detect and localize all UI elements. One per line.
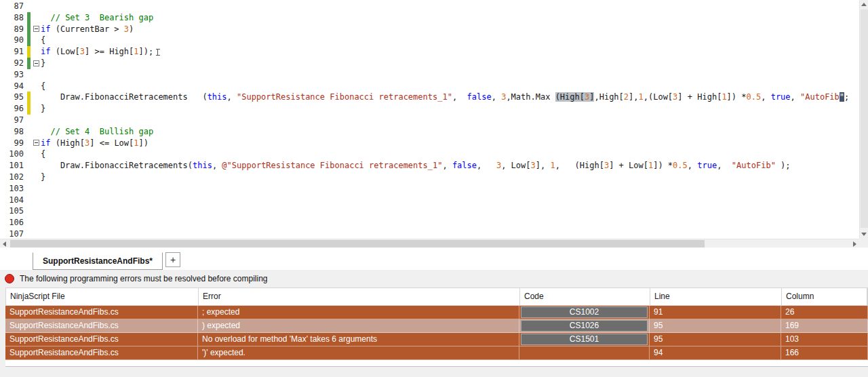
triangle-down-icon [861,233,867,236]
fold-column [31,81,41,92]
error-table-header: NinjaScript File Error Code Line Column [5,287,868,306]
column-header-code[interactable]: Code [520,288,650,305]
code-token: , [452,92,467,102]
code-line-100[interactable]: 100{ [0,148,859,160]
scroll-up-button[interactable] [859,0,868,9]
line-number: 97 [0,115,27,126]
line-number: 95 [0,92,27,103]
error-code-cell [519,346,650,359]
code-line-105[interactable]: 105 [0,205,859,217]
code-line-90[interactable]: 90{ [0,35,859,46]
error-message-cell: ')' expected. [198,346,519,359]
code-text: { [41,35,859,46]
change-tracking-bar [27,148,31,160]
code-editor[interactable]: 8788 // Set 3 Bearish gap89if (CurrentBa… [0,0,868,247]
code-token: "AutoFib" [732,161,776,170]
scroll-left-button[interactable] [0,239,9,248]
error-column-cell: 166 [781,346,868,359]
code-text: { [41,148,859,160]
code-line-98[interactable]: 98 // Set 4 Bullish gap [0,126,859,138]
scroll-down-button[interactable] [859,230,868,239]
error-row[interactable]: SupportResistanceAndFibs.cs; expectedCS1… [5,306,868,319]
code-line-96[interactable]: 96} [0,103,859,115]
line-number: 104 [0,195,27,206]
code-lines-area[interactable]: 8788 // Set 3 Bearish gap89if (CurrentBa… [0,1,859,240]
change-tracking-bar [27,58,31,69]
code-line-102[interactable]: 102} [0,172,859,183]
error-column-cell: 103 [781,333,868,346]
code-token: ], [536,161,551,170]
tab-supportresistanceandfibs[interactable]: SupportResistanceAndFibs* [33,252,163,270]
horizontal-scroll-thumb[interactable] [10,240,705,247]
new-tab-button[interactable]: + [165,252,180,267]
fold-collapse-icon[interactable] [33,140,39,146]
triangle-right-icon [853,241,856,247]
editor-horizontal-scrollbar[interactable] [0,239,859,247]
code-token: false [452,161,477,170]
column-header-line[interactable]: Line [650,288,782,305]
code-token: (Low[ [50,47,79,56]
code-line-94[interactable]: 94{ [0,81,859,92]
editor-vertical-scrollbar[interactable] [859,0,868,239]
code-token: (CurrentBar > [50,24,123,34]
code-token: , [688,161,697,170]
code-line-99[interactable]: 99if (High[3] <= Low[1]) [0,138,859,149]
column-header-error[interactable]: Error [199,288,520,305]
code-token: ,Math.Max [506,92,555,102]
code-token: , [717,161,732,170]
scroll-right-button[interactable] [850,239,859,248]
code-token: // Set 3 Bearish gap [50,13,153,22]
code-line-93[interactable]: 93 [0,69,859,81]
code-text: Draw.FibonacciRetracements(this, @"Suppo… [41,160,859,172]
code-text [41,217,859,229]
code-line-87[interactable]: 87 [0,1,859,12]
code-line-101[interactable]: 101 Draw.FibonacciRetracements(this, @"S… [0,160,859,172]
error-line-cell: 91 [650,306,781,319]
code-token: // Set 4 Bullish gap [50,127,153,136]
change-tracking-bar [27,217,31,229]
code-token: { [41,35,45,45]
line-number: 91 [0,46,27,58]
code-line-95[interactable]: 95 Draw.FibonacciRetracements (this, "Su… [0,92,859,103]
error-message-cell: ; expected [198,306,519,319]
code-line-103[interactable]: 103 [0,183,859,195]
error-code-cell: CS1002 [519,306,650,319]
line-number: 106 [0,217,27,229]
code-token: if [41,47,50,56]
line-number: 99 [0,138,27,149]
code-line-89[interactable]: 89if (CurrentBar > 3) [0,24,859,35]
fold-collapse-icon[interactable] [33,26,39,32]
code-token: ,(Low[ [644,92,673,102]
fold-column [31,148,41,160]
fold-column [31,172,41,183]
error-row[interactable]: SupportResistanceAndFibs.cs) expectedCS1… [5,319,868,333]
error-line-cell: 95 [650,319,781,332]
code-line-91[interactable]: 91if (Low[3] >= High[1]); [0,46,859,58]
code-text [41,205,859,217]
code-text [41,69,859,81]
code-token: , [791,92,800,102]
tab-label: SupportResistanceAndFibs* [43,256,153,266]
code-token: ] + High[ [677,92,722,102]
fold-collapse-icon[interactable] [33,60,39,66]
column-header-ninjascript-file[interactable]: NinjaScript File [6,288,199,305]
vertical-scroll-thumb[interactable] [861,9,868,228]
code-text: // Set 3 Bearish gap [41,12,859,24]
code-token: , [492,92,501,102]
change-tracking-bar [27,69,31,81]
code-text [41,1,859,12]
code-line-97[interactable]: 97 [0,115,859,126]
code-line-104[interactable]: 104 [0,195,859,206]
code-token: ] <= Low[ [90,138,134,148]
code-line-92[interactable]: 92} [0,58,859,69]
error-row[interactable]: SupportResistanceAndFibs.csNo overload f… [5,333,868,346]
change-tracking-bar [27,115,31,126]
line-number: 87 [0,1,27,12]
error-row[interactable]: SupportResistanceAndFibs.cs')' expected.… [5,346,868,360]
column-header-column[interactable]: Column [782,288,867,305]
error-status-icon [5,274,14,283]
code-token: if [41,138,50,148]
code-token: { [41,81,45,91]
code-line-88[interactable]: 88 // Set 3 Bearish gap [0,12,859,24]
code-line-106[interactable]: 106 [0,217,859,229]
